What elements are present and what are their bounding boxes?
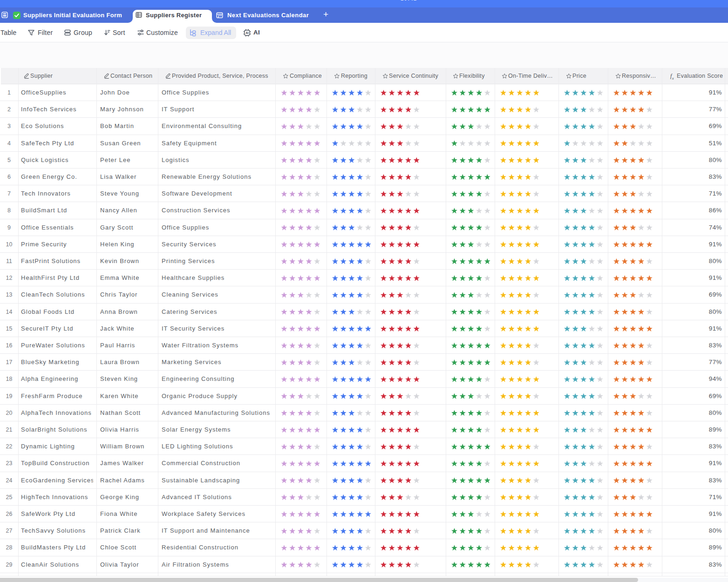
svg-text:AI: AI (245, 31, 249, 34)
